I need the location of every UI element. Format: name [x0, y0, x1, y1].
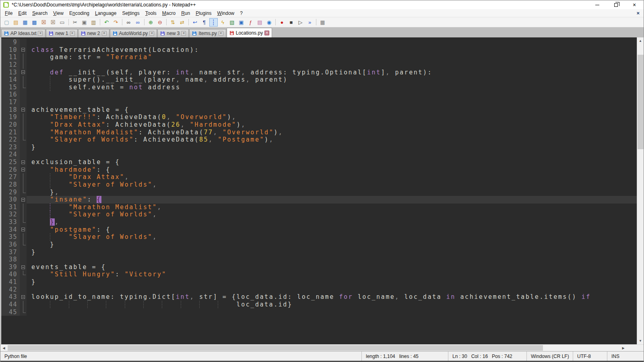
tab-ap-ideas-txt[interactable]: AP Ideas.txt× — [1, 29, 45, 37]
menu-tools[interactable]: Tools — [142, 10, 159, 17]
code-line-35[interactable]: 35 "Slayer of Worlds", — [1, 233, 637, 241]
vertical-scrollbar-thumb[interactable] — [638, 55, 644, 149]
scroll-left-arrow[interactable]: ◀ — [0, 345, 7, 352]
tab-close-icon[interactable]: × — [264, 31, 269, 35]
menu-settings[interactable]: Settings — [119, 10, 142, 17]
macro-run-multiple-icon[interactable]: » — [305, 18, 314, 27]
macro-record-icon[interactable]: ● — [278, 18, 286, 27]
code-line-17[interactable]: 17 — [1, 99, 637, 106]
close-all-documents-icon[interactable]: ☒ — [49, 18, 57, 27]
code-line-11[interactable]: 11 game: str = "Terraria" — [1, 53, 637, 61]
code-line-41[interactable]: 41} — [1, 278, 637, 286]
tab-autoworld-py[interactable]: AutoWorld.py× — [110, 29, 157, 37]
code-line-26[interactable]: 26 "hardmode": { — [1, 166, 637, 174]
code-line-18[interactable]: 18achievement_table = { — [1, 106, 637, 114]
code-line-33[interactable]: 33 }, — [1, 218, 637, 226]
tab-close-icon[interactable]: × — [219, 31, 223, 36]
file-monitoring-icon[interactable]: ◉ — [265, 18, 273, 27]
code-line-14[interactable]: 14 super().__init__(player, name, addres… — [1, 76, 637, 84]
code-line-31[interactable]: 31 "Marathon Medalist", — [1, 204, 637, 211]
code-area[interactable]: 910class TerrariaAchievement(Location):1… — [1, 37, 637, 344]
code-line-24[interactable]: 24 — [1, 151, 637, 158]
menu-file[interactable]: File — [2, 10, 15, 17]
code-line-27[interactable]: 27 "Drax Attax", — [1, 173, 637, 181]
paste-icon[interactable]: ▥ — [89, 18, 98, 27]
tab-close-icon[interactable]: × — [181, 31, 186, 36]
fold-toggle-icon[interactable] — [21, 265, 25, 269]
code-line-40[interactable]: 40 "Still Hungry": "Victory" — [1, 271, 637, 278]
print-icon[interactable]: ▭ — [58, 18, 66, 27]
menubar-close-document-icon[interactable]: × — [636, 10, 640, 16]
folder-as-workspace-icon[interactable]: ▤ — [256, 18, 264, 27]
code-line-19[interactable]: 19 "Timber!!": AchieveData(0, "Overworld… — [1, 113, 637, 121]
close-button[interactable]: × — [625, 0, 644, 9]
code-line-28[interactable]: 28 "Slayer of Worlds", — [1, 181, 637, 189]
code-line-10[interactable]: 10class TerrariaAchievement(Location): — [1, 46, 637, 54]
fold-toggle-icon[interactable] — [21, 160, 25, 164]
code-line-23[interactable]: 23} — [1, 144, 637, 151]
find-icon[interactable]: ∞ — [124, 18, 133, 27]
code-line-42[interactable]: 42 — [1, 286, 637, 294]
fold-toggle-icon[interactable] — [21, 168, 25, 171]
code-line-29[interactable]: 29 }, — [1, 189, 637, 196]
zoom-out-icon[interactable]: ⊖ — [156, 18, 164, 27]
undo-icon[interactable]: ↶ — [102, 18, 111, 27]
save-icon[interactable]: ▦ — [21, 18, 29, 27]
menu-window[interactable]: Window — [215, 10, 237, 17]
code-line-32[interactable]: 32 "Slayer of Worlds", — [1, 211, 637, 218]
mime-tools-icon[interactable]: ▦ — [318, 18, 327, 27]
save-all-icon[interactable]: ▩ — [30, 18, 39, 27]
code-line-30[interactable]: 30 "insane": { — [1, 196, 637, 204]
tab-close-icon[interactable]: × — [149, 31, 154, 36]
code-line-44[interactable]: 44 loc_data.id} — [1, 301, 637, 309]
menu-edit[interactable]: Edit — [15, 10, 29, 17]
menu-language[interactable]: Language — [92, 10, 119, 17]
fold-toggle-icon[interactable] — [21, 70, 25, 74]
macro-stop-icon[interactable]: ■ — [287, 18, 295, 27]
close-document-icon[interactable]: ☒ — [39, 18, 48, 27]
code-line-20[interactable]: 20 "Drax Attax": AchieveData(26, "Hardmo… — [1, 121, 637, 129]
code-line-43[interactable]: 43lookup_id_to_name: typing.Dict[int, st… — [1, 293, 637, 301]
code-line-25[interactable]: 25exclusion_table = { — [1, 158, 637, 166]
menu-?[interactable]: ? — [237, 10, 246, 17]
vertical-scrollbar[interactable]: ▲ ▼ — [637, 37, 644, 344]
menu-plugins[interactable]: Plugins — [193, 10, 214, 17]
scroll-up-arrow[interactable]: ▲ — [637, 37, 644, 44]
fold-toggle-icon[interactable] — [21, 295, 25, 299]
replace-icon[interactable]: ∞ — [134, 18, 142, 27]
code-line-21[interactable]: 21 "Marathon Medalist": AchieveData(77, … — [1, 129, 637, 136]
code-line-9[interactable]: 9 — [1, 39, 637, 46]
horizontal-scrollbar[interactable]: ◀ ▶ — [0, 344, 644, 351]
code-line-13[interactable]: 13 def __init__(self, player: int, name:… — [1, 69, 637, 76]
show-all-characters-icon[interactable]: ¶ — [200, 18, 208, 27]
menu-run[interactable]: Run — [178, 10, 193, 17]
tab-close-icon[interactable]: × — [70, 31, 75, 36]
tab-items-py[interactable]: Items.py× — [189, 29, 226, 37]
cut-icon[interactable]: ✂ — [71, 18, 79, 27]
show-indent-guide-icon[interactable]: ┆ — [209, 18, 218, 27]
tab-new-2[interactable]: new 2× — [78, 29, 109, 37]
code-line-38[interactable]: 38 — [1, 256, 637, 263]
tab-new-1[interactable]: new 1× — [46, 29, 77, 37]
fold-toggle-icon[interactable] — [21, 108, 25, 111]
tab-locations-py[interactable]: Locations.py× — [227, 28, 272, 37]
document-list-icon[interactable]: ▣ — [237, 18, 246, 27]
code-line-22[interactable]: 22 "Slayer of Worlds": AchieveData(85, "… — [1, 136, 637, 144]
sync-vertical-scrolling-icon[interactable]: ⇅ — [169, 18, 177, 27]
code-line-15[interactable]: 15 self.event = not address — [1, 84, 637, 91]
horizontal-scrollbar-thumb[interactable] — [8, 345, 543, 351]
tab-close-icon[interactable]: × — [102, 31, 107, 36]
code-line-16[interactable]: 16 — [1, 91, 637, 99]
code-line-34[interactable]: 34 "postgame": { — [1, 226, 637, 234]
zoom-in-icon[interactable]: ⊕ — [147, 18, 155, 27]
scroll-down-arrow[interactable]: ▼ — [637, 337, 644, 344]
tab-close-icon[interactable]: × — [38, 31, 43, 36]
fold-toggle-icon[interactable] — [21, 48, 25, 51]
minimize-button[interactable] — [588, 0, 607, 9]
open-file-icon[interactable]: ▤ — [12, 18, 20, 27]
menu-macro[interactable]: Macro — [159, 10, 178, 17]
sync-horizontal-scrolling-icon[interactable]: ⇄ — [178, 18, 186, 27]
word-wrap-icon[interactable]: ↩ — [191, 18, 199, 27]
document-map-icon[interactable]: ▧ — [228, 18, 236, 27]
code-line-36[interactable]: 36 } — [1, 241, 637, 249]
